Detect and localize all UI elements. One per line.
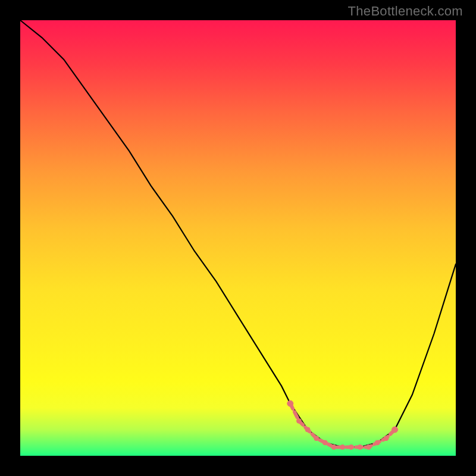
- bottleneck-curve-svg: [20, 20, 456, 456]
- optimal-marker: [392, 427, 398, 433]
- optimal-region-band: [290, 403, 395, 447]
- optimal-marker: [375, 440, 380, 445]
- watermark-text: TheBottleneck.com: [348, 4, 463, 19]
- optimal-marker: [349, 444, 353, 449]
- optimal-marker: [331, 444, 336, 449]
- optimal-marker: [305, 427, 310, 432]
- optimal-marker: [358, 444, 362, 449]
- optimal-marker: [340, 444, 345, 449]
- bottleneck-curve-line: [20, 20, 456, 447]
- optimal-marker: [287, 400, 293, 406]
- chart-plot-area: [20, 20, 456, 456]
- optimal-marker: [384, 436, 389, 441]
- optimal-marker: [314, 436, 319, 441]
- optimal-marker: [322, 440, 327, 445]
- optimal-marker: [297, 418, 302, 423]
- optimal-marker: [367, 444, 371, 449]
